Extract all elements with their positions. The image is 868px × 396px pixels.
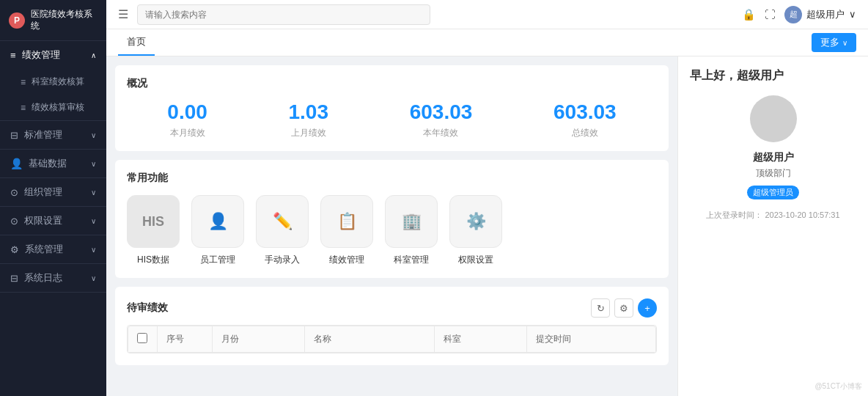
sidebar-item-audit[interactable]: ≡ 绩效核算审核 bbox=[0, 95, 106, 120]
more-chevron-icon: ∨ bbox=[842, 39, 847, 47]
content-wrapper: 概况 0.00 本月绩效 1.03 上月绩效 603.03 本年绩效 bbox=[106, 56, 868, 396]
chevron-down-icon-sys: ∨ bbox=[91, 246, 96, 254]
username-label: 超级用户 bbox=[806, 8, 845, 21]
func-staff-label: 员工管理 bbox=[200, 254, 235, 266]
chevron-down-icon-logs: ∨ bbox=[91, 274, 96, 282]
functions-grid: HIS HIS数据 👤 员工管理 ✏️ 手动录入 📋 绩效管理 bbox=[127, 195, 657, 266]
stat-label-last-month: 上月绩效 bbox=[289, 127, 329, 139]
avatar-small: 超 bbox=[784, 6, 802, 23]
func-manual[interactable]: ✏️ 手动录入 bbox=[256, 195, 309, 266]
sidebar-label-standards: 标准管理 bbox=[24, 128, 62, 142]
th-name: 名称 bbox=[305, 326, 434, 352]
main-area: ☰ 🔒 ⛶ 超 超级用户 ∨ 首页 更多 ∨ 概况 bbox=[106, 0, 868, 396]
greeting-text: 早上好，超级用户 bbox=[690, 68, 784, 84]
chevron-down-icon-standards: ∨ bbox=[91, 131, 96, 139]
topbar: ☰ 🔒 ⛶ 超 超级用户 ∨ bbox=[106, 0, 868, 29]
func-auth-set-label: 权限设置 bbox=[458, 254, 493, 266]
select-all-checkbox[interactable] bbox=[137, 333, 147, 343]
overview-stats: 0.00 本月绩效 1.03 上月绩效 603.03 本年绩效 603.03 总… bbox=[127, 100, 657, 139]
th-checkbox bbox=[128, 326, 158, 352]
stat-label-total: 总绩效 bbox=[553, 127, 617, 139]
th-dept: 科室 bbox=[435, 326, 527, 352]
sidebar-item-base-data[interactable]: 👤 基础数据 ∨ bbox=[0, 150, 106, 177]
fullscreen-icon[interactable]: ⛶ bbox=[765, 8, 776, 21]
logs-icon: ⊟ bbox=[10, 273, 18, 284]
sidebar-group-sys: ⚙ 系统管理 ∨ bbox=[0, 235, 106, 264]
table-header-row: 序号 月份 名称 科室 提交时间 bbox=[128, 326, 656, 353]
chevron-up-icon: ∧ bbox=[91, 51, 96, 59]
sidebar-item-standards[interactable]: ⊟ 标准管理 ∨ bbox=[0, 121, 106, 149]
last-login-label: 上次登录时间： bbox=[706, 210, 762, 219]
user-chevron-icon: ∨ bbox=[849, 9, 856, 20]
sidebar-item-dept-calc[interactable]: ≡ 科室绩效核算 bbox=[0, 69, 106, 95]
func-dept-mgmt-label: 科室管理 bbox=[394, 254, 429, 266]
sidebar-item-sys[interactable]: ⚙ 系统管理 ∨ bbox=[0, 235, 106, 263]
sidebar: P 医院绩效考核系统 ≡ 绩效管理 ∧ ≡ 科室绩效核算 ≡ 绩效核算审核 ⊟ … bbox=[0, 0, 106, 396]
stat-value-total: 603.03 bbox=[553, 100, 617, 124]
chevron-down-icon-auth: ∨ bbox=[91, 217, 96, 225]
tab-home[interactable]: 首页 bbox=[118, 29, 155, 56]
pending-table: 序号 月份 名称 科室 提交时间 bbox=[127, 325, 657, 353]
func-his-label: HIS数据 bbox=[137, 254, 169, 266]
func-perf-label: 绩效管理 bbox=[329, 254, 364, 266]
lock-icon[interactable]: 🔒 bbox=[742, 8, 756, 21]
th-month: 月份 bbox=[213, 326, 305, 352]
right-username: 超级用户 bbox=[753, 151, 794, 164]
avatar bbox=[750, 95, 797, 142]
right-department: 顶级部门 bbox=[756, 167, 791, 180]
stat-value-year: 603.03 bbox=[410, 100, 473, 124]
stat-value-current: 0.00 bbox=[167, 100, 207, 124]
functions-title: 常用功能 bbox=[127, 172, 657, 185]
sidebar-item-performance[interactable]: ≡ 绩效管理 ∧ bbox=[0, 41, 106, 69]
sidebar-label-org: 组织管理 bbox=[24, 186, 62, 199]
sidebar-item-auth[interactable]: ⊙ 权限设置 ∨ bbox=[0, 207, 106, 235]
chevron-down-icon-base: ∨ bbox=[91, 160, 96, 168]
stat-value-last-month: 1.03 bbox=[289, 100, 329, 124]
right-panel: 早上好，超级用户 超级用户 顶级部门 超级管理员 上次登录时间： 2023-10… bbox=[677, 56, 868, 396]
func-manual-label: 手动录入 bbox=[265, 254, 300, 266]
audit-icon: ≡ bbox=[21, 103, 26, 113]
func-his[interactable]: HIS HIS数据 bbox=[127, 195, 180, 266]
sidebar-label-sys: 系统管理 bbox=[25, 243, 63, 256]
pending-card: 待审绩效 ↻ ⚙ + 序号 月份 名称 科室 bbox=[115, 287, 669, 365]
sidebar-item-org[interactable]: ⊙ 组织管理 ∨ bbox=[0, 178, 106, 206]
sidebar-label-auth: 权限设置 bbox=[24, 214, 62, 227]
stat-label-current: 本月绩效 bbox=[167, 127, 207, 139]
dept-mgmt-icon-box: 🏢 bbox=[385, 195, 438, 248]
sys-icon: ⚙ bbox=[10, 244, 19, 255]
func-staff[interactable]: 👤 员工管理 bbox=[191, 195, 244, 266]
logo-icon: P bbox=[9, 12, 25, 29]
hamburger-icon[interactable]: ☰ bbox=[118, 7, 128, 21]
func-auth-set[interactable]: ⚙️ 权限设置 bbox=[449, 195, 502, 266]
add-button[interactable]: + bbox=[638, 298, 657, 318]
topbar-right: 🔒 ⛶ 超 超级用户 ∨ bbox=[742, 6, 856, 23]
th-seq: 序号 bbox=[158, 326, 213, 352]
user-info[interactable]: 超 超级用户 ∨ bbox=[784, 6, 856, 23]
sidebar-group-auth: ⊙ 权限设置 ∨ bbox=[0, 207, 106, 235]
sidebar-group-performance: ≡ 绩效管理 ∧ ≡ 科室绩效核算 ≡ 绩效核算审核 bbox=[0, 41, 106, 121]
sidebar-item-logs[interactable]: ⊟ 系统日志 ∨ bbox=[0, 264, 106, 292]
perf-icon-box: 📋 bbox=[320, 195, 373, 248]
his-icon-box: HIS bbox=[127, 195, 180, 248]
standards-icon: ⊟ bbox=[10, 130, 18, 141]
manual-icon-box: ✏️ bbox=[256, 195, 309, 248]
sidebar-label-performance: 绩效管理 bbox=[22, 48, 60, 62]
role-badge: 超级管理员 bbox=[747, 186, 799, 199]
chevron-down-icon-org: ∨ bbox=[91, 188, 96, 197]
more-button[interactable]: 更多 ∨ bbox=[812, 33, 856, 52]
last-login-info: 上次登录时间： 2023-10-20 10:57:31 bbox=[706, 210, 839, 221]
pending-title: 待审绩效 bbox=[127, 301, 168, 315]
stat-year: 603.03 本年绩效 bbox=[410, 100, 473, 139]
overview-title: 概况 bbox=[127, 77, 657, 90]
dept-calc-icon: ≡ bbox=[21, 77, 26, 87]
sidebar-group-org: ⊙ 组织管理 ∨ bbox=[0, 178, 106, 207]
base-data-icon: 👤 bbox=[10, 158, 23, 169]
overview-card: 概况 0.00 本月绩效 1.03 上月绩效 603.03 本年绩效 bbox=[115, 65, 669, 151]
app-logo: P 医院绩效考核系统 bbox=[0, 0, 106, 41]
refresh-button[interactable]: ↻ bbox=[591, 298, 610, 318]
settings-button[interactable]: ⚙ bbox=[614, 298, 633, 318]
func-dept-mgmt[interactable]: 🏢 科室管理 bbox=[385, 195, 438, 266]
search-input[interactable] bbox=[137, 4, 430, 25]
func-perf[interactable]: 📋 绩效管理 bbox=[320, 195, 373, 266]
auth-set-icon-box: ⚙️ bbox=[449, 195, 502, 248]
